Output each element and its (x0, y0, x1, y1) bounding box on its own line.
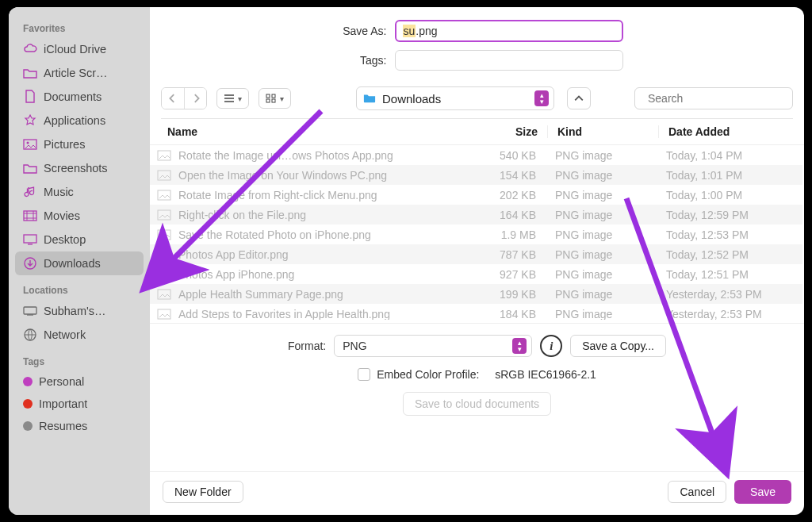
sidebar-item-screenshots[interactable]: Screenshots (9, 156, 150, 180)
sidebar-item-icloud-drive[interactable]: iCloud Drive (9, 37, 150, 61)
sidebar-tag-resumes[interactable]: Resumes (9, 415, 150, 437)
file-row[interactable]: Rotate the Image usi…ows Photos App.png … (150, 145, 802, 165)
file-size: 184 KB (466, 308, 546, 320)
embed-profile: sRGB IEC61966-2.1 (495, 368, 596, 381)
file-name: Add Steps to Favorites in Apple Health.p… (178, 308, 466, 320)
search-input[interactable] (648, 92, 787, 105)
file-size: 787 KB (466, 248, 546, 261)
file-row[interactable]: Save the Rotated Photo on iPhone.png 1.9… (150, 225, 802, 244)
sidebar-icon (23, 137, 37, 152)
file-row[interactable]: Right-click on the File.png 164 KB PNG i… (150, 205, 802, 225)
updown-icon (534, 90, 549, 106)
svg-rect-3 (24, 235, 36, 243)
sidebar-item-downloads[interactable]: Downloads (15, 251, 144, 275)
file-icon (156, 169, 172, 182)
search-box[interactable] (634, 87, 793, 109)
tags-label: Tags: (331, 54, 387, 67)
cancel-button[interactable]: Cancel (668, 481, 726, 503)
file-date: Today, 1:01 PM (657, 169, 791, 182)
sidebar-item-network[interactable]: Network (9, 323, 150, 347)
sidebar-section-favorites: Favorites (9, 13, 150, 37)
col-size[interactable]: Size (468, 125, 547, 138)
file-size: 199 KB (466, 288, 546, 301)
sidebar-item-article-scr-[interactable]: Article Scr… (9, 61, 150, 85)
file-name: Right-click on the File.png (178, 209, 466, 221)
list-view-button[interactable]: ▾ (216, 88, 249, 109)
sidebar-icon (23, 328, 37, 342)
file-size: 927 KB (466, 268, 546, 281)
svg-rect-8 (272, 94, 275, 98)
file-icon (156, 209, 172, 221)
file-kind: PNG image (546, 268, 657, 281)
sidebar-icon (23, 304, 37, 318)
file-row[interactable]: Add Steps to Favorites in Apple Health.p… (150, 304, 802, 320)
info-button[interactable]: i (540, 335, 562, 357)
bottom-bar: New Folder Cancel Save (150, 471, 804, 515)
file-row[interactable]: Rotate Image from Right-click Menu.png 2… (150, 185, 802, 205)
file-name: Apple Health Summary Page.png (178, 288, 466, 301)
sidebar-tag-personal[interactable]: Personal (9, 370, 150, 393)
sidebar-item-label: Important (39, 397, 87, 410)
file-row[interactable]: Photos App Editor.png 787 KB PNG image T… (150, 244, 802, 264)
svg-rect-7 (266, 94, 270, 98)
save-to-cloud-button[interactable]: Save to cloud documents (403, 392, 551, 416)
filename-input[interactable]: su.png (395, 20, 623, 42)
back-button[interactable] (162, 88, 184, 109)
sidebar-item-label: Network (44, 328, 86, 341)
sidebar-item-subham-s-[interactable]: Subham's… (9, 299, 150, 323)
sidebar-item-label: Personal (39, 375, 84, 388)
forward-button[interactable] (184, 88, 206, 109)
filename-suffix: .png (416, 25, 437, 37)
top-fields: Save As: su.png Tags: (150, 7, 804, 82)
new-folder-button[interactable]: New Folder (163, 481, 243, 503)
checkbox-icon[interactable] (358, 368, 370, 381)
file-row[interactable]: Photos App iPhone.png 927 KB PNG image T… (150, 264, 802, 284)
file-date: Today, 12:53 PM (657, 228, 791, 241)
file-kind: PNG image (546, 228, 657, 241)
main-panel: Save As: su.png Tags: ▾ (150, 7, 804, 515)
file-date: Yesterday, 2:53 PM (657, 308, 791, 320)
sidebar-item-desktop[interactable]: Desktop (9, 228, 150, 251)
path-dropdown[interactable]: Downloads (356, 86, 554, 110)
file-size: 164 KB (466, 209, 546, 221)
save-copy-button[interactable]: Save a Copy... (570, 335, 666, 357)
nav-arrows (161, 87, 207, 109)
sidebar-item-music[interactable]: Music (9, 180, 150, 204)
file-row[interactable]: Open the Image on Your Windows PC.png 15… (150, 165, 802, 185)
file-name: Rotate the Image usi…ows Photos App.png (178, 149, 466, 162)
collapse-button[interactable] (567, 87, 591, 109)
sidebar-tag-important[interactable]: Important (9, 393, 150, 415)
col-date[interactable]: Date Added (658, 125, 793, 138)
sidebar-item-applications[interactable]: Applications (9, 109, 150, 132)
file-row[interactable]: Apple Health Summary Page.png 199 KB PNG… (150, 284, 802, 304)
svg-rect-5 (24, 307, 36, 314)
sidebar-item-label: Downloads (44, 257, 101, 270)
sidebar-icon (23, 42, 37, 56)
svg-rect-9 (266, 99, 270, 102)
sidebar-icon (23, 66, 37, 80)
list-header: Name Size Kind Date Added (150, 119, 804, 145)
col-name[interactable]: Name (167, 125, 468, 138)
toolbar: ▾ ▾ Downloads (150, 82, 804, 118)
tags-input[interactable] (395, 50, 623, 71)
sidebar-item-documents[interactable]: Documents (9, 85, 150, 109)
embed-profile-row[interactable]: Embed Color Profile: sRGB IEC61966-2.1 (358, 368, 596, 381)
save-button[interactable]: Save (734, 480, 791, 504)
format-label: Format: (288, 340, 326, 352)
sidebar-item-movies[interactable]: Movies (9, 204, 150, 228)
sidebar-icon (23, 232, 37, 247)
svg-point-1 (27, 142, 29, 144)
file-name: Save the Rotated Photo on iPhone.png (178, 228, 466, 241)
file-name: Open the Image on Your Windows PC.png (178, 169, 466, 182)
sidebar-item-pictures[interactable]: Pictures (9, 132, 150, 156)
file-kind: PNG image (546, 189, 657, 202)
icon-view-button[interactable]: ▾ (259, 88, 291, 109)
file-icon (156, 288, 172, 301)
format-select[interactable]: PNG (334, 335, 532, 357)
col-kind[interactable]: Kind (547, 125, 658, 138)
tag-dot-icon (23, 377, 33, 386)
file-kind: PNG image (546, 169, 657, 182)
path-name: Downloads (382, 92, 528, 106)
sidebar-item-label: Applications (44, 114, 105, 127)
sidebar-icon (23, 209, 37, 223)
